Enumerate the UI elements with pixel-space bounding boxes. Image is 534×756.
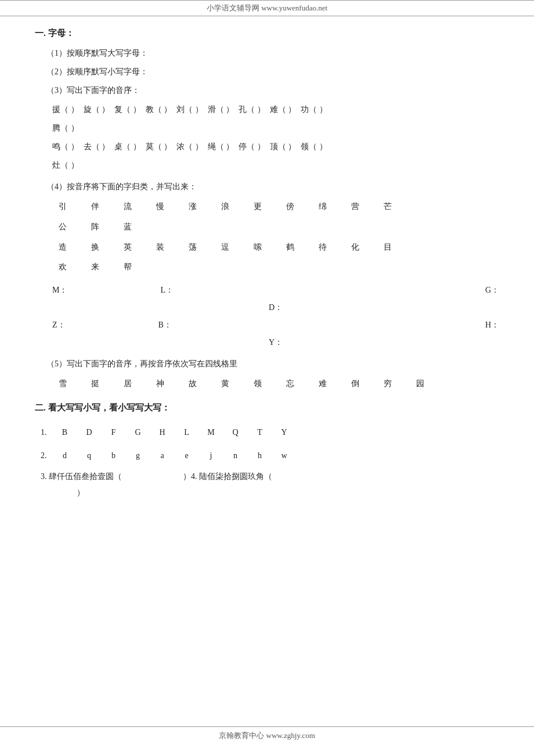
list-item: 来 — [85, 258, 106, 276]
sub3-row1: 援（ ） 旋（ ） 复（ ） 教（ ） 刘（ ） 滑（ ） 孔（ ） 难（ ） … — [46, 102, 499, 118]
list-item: M — [205, 423, 218, 442]
cat-row-2: D： — [52, 300, 499, 316]
sub5-title: （5）写出下面字的音序，再按音序依次写在四线格里 — [46, 359, 499, 369]
exercise3-line1: 3. 肆仟伍佰叁拾壹圆（ ）4. 陆佰柒拾捌圆玖角（ — [41, 469, 499, 485]
list-item: 荡 — [182, 239, 203, 257]
section2: 二. 看大写写小写，看小写写大写： 1. B D F G H L M Q T Y… — [35, 402, 499, 501]
list-item: 化 — [345, 239, 366, 257]
list-item: 穷 — [377, 375, 398, 393]
list-item: a — [156, 446, 169, 466]
list-item: 雪 — [52, 375, 73, 393]
categories: M： L： G： D： Z： B： H： Y： — [46, 282, 499, 351]
list-item: 忘 — [280, 375, 301, 393]
row1-label: 1. — [41, 423, 47, 442]
list-item: 黄 — [215, 375, 236, 393]
list-item: Y — [278, 423, 291, 442]
list-item: h — [254, 446, 266, 466]
list-item: 伴 — [85, 198, 106, 216]
list-item: 腾（ ） — [52, 120, 79, 136]
list-item: 领 — [247, 375, 268, 393]
sub4-words-row2: 造 换 英 装 荡 逗 嗦 鹤 待 化 目 — [46, 239, 499, 257]
list-item: 刘（ ） — [176, 102, 203, 118]
list-item: 神 — [150, 375, 171, 393]
section2-row1: 1. B D F G H L M Q T Y — [35, 423, 499, 442]
cat-z: Z： — [52, 317, 66, 333]
list-item: 难（ ） — [270, 102, 297, 118]
list-item: 倒 — [345, 375, 366, 393]
list-item: 援（ ） — [52, 102, 79, 118]
list-item: 慢 — [150, 198, 171, 216]
list-item: 蓝 — [117, 218, 138, 236]
list-item: j — [205, 446, 218, 466]
list-item: 营 — [345, 198, 366, 216]
list-item: 嗦 — [247, 239, 268, 257]
sub3: （3）写出下面字的音序： 援（ ） 旋（ ） 复（ ） 教（ ） 刘（ ） 滑（… — [35, 85, 499, 174]
list-item: 阵 — [85, 218, 106, 236]
list-item: 滑（ ） — [208, 102, 234, 118]
cat-b: B： — [158, 317, 172, 333]
list-item: F — [107, 423, 120, 442]
list-item: Q — [229, 423, 242, 442]
section1-title: 一. 字母： — [35, 28, 499, 39]
list-item: 停（ ） — [239, 139, 265, 155]
list-item: 更 — [247, 198, 268, 216]
sub2-title: （2）按顺序默写小写字母： — [46, 67, 499, 77]
list-item: 装 — [150, 239, 171, 257]
sub5: （5）写出下面字的音序，再按音序依次写在四线格里 雪 挺 居 神 故 黄 领 忘… — [35, 359, 499, 393]
list-item: 挺 — [85, 375, 106, 393]
sub1-title: （1）按顺序默写大写字母： — [46, 48, 499, 59]
sub3-row1b: 腾（ ） — [46, 120, 499, 136]
list-item: 领（ ） — [301, 139, 327, 155]
list-item: L — [181, 423, 193, 442]
list-item: b — [107, 446, 120, 466]
cat-row-4: Y： — [52, 334, 499, 351]
sub4-title: （4）按音序将下面的字归类，并写出来： — [46, 182, 499, 192]
sub2: （2）按顺序默写小写字母： — [35, 67, 499, 77]
list-item: 芒 — [377, 198, 398, 216]
cat-row-3: Z： B： H： — [52, 317, 499, 333]
footer-text: 京翰教育中心 www.zghjy.com — [219, 731, 315, 740]
list-item: 造 — [52, 239, 73, 257]
list-item: D — [83, 423, 96, 442]
section2-row2: 2. d q b g a e j n h w — [35, 446, 499, 466]
list-item: 孔（ ） — [239, 102, 265, 118]
list-item: w — [278, 446, 291, 466]
list-item: 功（ ） — [301, 102, 327, 118]
page: 小学语文辅导网 www.yuwenfudao.net 一. 字母： （1）按顺序… — [0, 0, 534, 756]
sub4-words-row1: 引 伴 流 慢 涨 浪 更 傍 绵 营 芒 — [46, 198, 499, 216]
cat-g: G： — [485, 282, 499, 298]
list-item: n — [229, 446, 242, 466]
row2-label: 2. — [41, 446, 47, 466]
section2-title: 二. 看大写写小写，看小写写大写： — [35, 402, 499, 413]
list-item: 难 — [312, 375, 333, 393]
list-item: G — [132, 423, 145, 442]
list-item: 待 — [312, 239, 333, 257]
cat-d: D： — [269, 300, 283, 316]
sub3-row2: 鸣（ ） 去（ ） 桌（ ） 莫（ ） 浓（ ） 绳（ ） 停（ ） 顶（ ） … — [46, 139, 499, 155]
list-item: 目 — [377, 239, 398, 257]
list-item: g — [132, 446, 145, 466]
list-item: 欢 — [52, 258, 73, 276]
list-item: 公 — [52, 218, 73, 236]
list-item: 引 — [52, 198, 73, 216]
list-item: 教（ ） — [146, 102, 172, 118]
list-item: 换 — [85, 239, 106, 257]
list-item: 绳（ ） — [208, 139, 234, 155]
list-item: 顶（ ） — [270, 139, 297, 155]
main-content: 一. 字母： （1）按顺序默写大写字母： （2）按顺序默写小写字母： （3）写出… — [0, 22, 534, 553]
list-item: 浪 — [215, 198, 236, 216]
cat-m: M： — [52, 282, 67, 298]
sub4-words-row1b: 公 阵 蓝 — [46, 218, 499, 236]
list-item: 去（ ） — [84, 139, 110, 155]
list-item: 莫（ ） — [146, 139, 172, 155]
list-item: 英 — [117, 239, 138, 257]
list-item: H — [156, 423, 169, 442]
cat-h: H： — [485, 317, 499, 333]
list-item: 故 — [182, 375, 203, 393]
cat-l: L： — [160, 282, 174, 298]
sub1: （1）按顺序默写大写字母： — [35, 48, 499, 59]
list-item: e — [181, 446, 193, 466]
sub3-row2b: 灶（ ） — [46, 157, 499, 174]
list-item: 帮 — [117, 258, 138, 276]
list-item: 鸣（ ） — [52, 139, 79, 155]
